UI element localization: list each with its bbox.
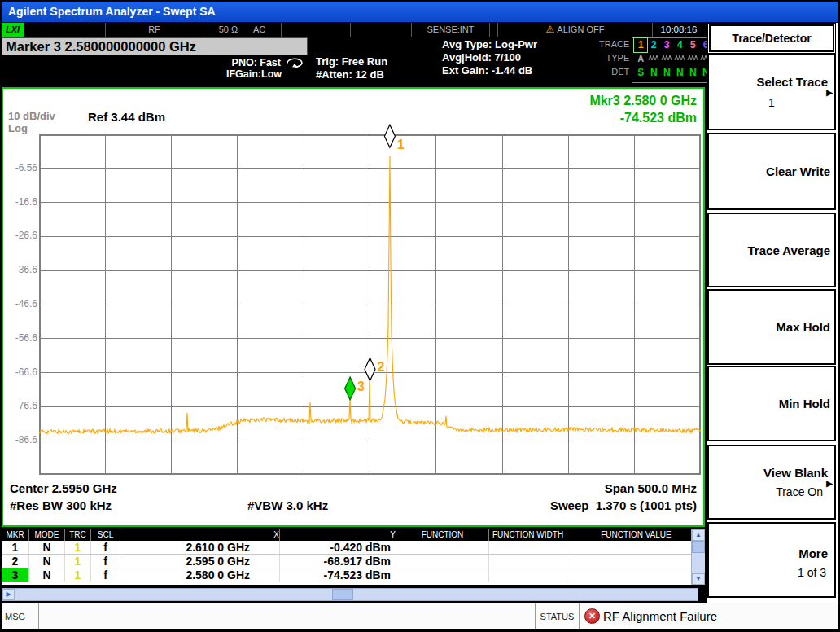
vertical-scroll-thumb[interactable] [692, 541, 705, 553]
marker-table-column-header: FUNCTION WIDTH [489, 529, 567, 541]
marker-table-cell: 1 [2, 541, 29, 554]
y-axis-tick-label: -56.6 [5, 332, 37, 344]
trace-number: 4 [673, 38, 686, 52]
marker-table-cell [396, 555, 489, 568]
vbw-label: #VBW 3.0 kHz [247, 498, 328, 512]
trace-type-waveform-icon [661, 54, 672, 62]
marker-table-cell: -68.917 dBm [280, 555, 396, 568]
trace-detector: N [686, 66, 699, 80]
status-cell-empty-2 [282, 23, 351, 37]
marker-table-row[interactable]: 2N1f2.595 0 GHz-68.917 dBm [2, 555, 705, 568]
trace-type [647, 52, 660, 66]
trace-row-label: TRACE [599, 37, 629, 51]
sweep-label: Sweep 1.370 s (1001 pts) [550, 498, 697, 512]
marker-table-cell: 1 [65, 568, 91, 582]
marker-table-column-header: SCL [91, 529, 120, 541]
y-axis-tick-label: -26.6 [5, 230, 37, 241]
pno-block: PNO: Fast IFGain:Low [195, 57, 304, 80]
max-hold-button[interactable]: Max Hold [707, 289, 836, 365]
scale-per-div-label: 10 dB/div [8, 110, 55, 122]
scroll-right-button[interactable] [2, 589, 15, 600]
marker-table-cell [567, 568, 705, 582]
marker-table-cell [567, 541, 705, 554]
trig-label: Trig: Free Run [316, 55, 387, 68]
marker-table-column-header: Y [280, 529, 396, 541]
svg-text:2: 2 [378, 360, 385, 374]
trace-type-waveform-icon [674, 54, 685, 62]
marker-table-cell: 1 [65, 555, 91, 568]
view-blank-button[interactable]: View Blank Trace On [707, 445, 836, 520]
trace-legend-labels: TRACE TYPE DET [599, 37, 632, 83]
marker-table-rows: 1N1f2.610 0 GHz-0.420 dBm2N1f2.595 0 GHz… [2, 541, 705, 582]
impedance-value: 50 Ω [219, 23, 238, 37]
det-row-label: DET [599, 65, 629, 79]
active-function-readout[interactable]: Marker 3 2.580000000000 GHz [2, 37, 308, 55]
marker-table-cell: 3 [2, 568, 29, 582]
select-trace-value: 1 [709, 96, 834, 109]
marker-table-scrollbar[interactable] [691, 529, 705, 585]
status-cell-empty-1 [24, 23, 106, 37]
marker-table-row[interactable]: 1N1f2.610 0 GHz-0.420 dBm [2, 541, 705, 555]
msg-label: MSG [2, 603, 39, 629]
horizontal-scroll-thumb[interactable] [332, 589, 353, 600]
scale-type-label: Log [8, 122, 28, 134]
marker-table-column-header: TRC [65, 529, 91, 541]
svg-text:1: 1 [397, 138, 405, 151]
scroll-up-button[interactable] [692, 529, 705, 541]
marker-table-cell: N [29, 541, 65, 554]
trace-legend: TRACE TYPE DET 123456ASNNNNN [599, 37, 705, 83]
marker-readout: Mkr3 2.580 0 GHz -74.523 dBm [589, 92, 697, 126]
trace-type-waveform-icon [687, 54, 698, 62]
marker-readout-freq: Mkr3 2.580 0 GHz [589, 92, 697, 109]
datetime-display: 10:08:16 AM Oct 07, 2021 [653, 23, 705, 37]
trace-legend-values[interactable]: 123456ASNNNNN [632, 37, 715, 83]
horizontal-scrollbar[interactable] [2, 588, 698, 601]
marker-table: MKRMODETRCSCLXYFUNCTIONFUNCTION WIDTHFUN… [2, 529, 705, 585]
status-message-area: RF Alignment Failure [580, 603, 838, 629]
marker-readout-ampl: -74.523 dBm [589, 109, 697, 126]
marker-table-cell: -0.420 dBm [280, 541, 396, 554]
ifgain-label: IFGain:Low [195, 68, 304, 80]
marker-table-cell: -74.523 dBm [280, 568, 396, 582]
marker-table-cell: f [91, 555, 120, 568]
trace-type-waveform-icon [648, 54, 659, 62]
view-blank-label: View Blank [763, 466, 828, 480]
marker-table-column-header: FUNCTION VALUE [567, 529, 705, 541]
marker-table-column-header: MODE [29, 529, 65, 541]
y-axis-tick-label: -6.56 [5, 162, 37, 173]
y-axis-tick-label: -86.6 [5, 434, 37, 445]
y-axis-tick-label: -76.6 [5, 400, 37, 411]
avg-type-label: Avg Type: Log-Pwr [442, 38, 537, 51]
span-label: Span 500.0 MHz [605, 481, 697, 495]
message-area [39, 603, 536, 629]
pno-label: PNO: Fast [232, 57, 281, 68]
more-button[interactable]: More 1 of 3 [707, 522, 836, 598]
marker-table-cell: f [91, 541, 120, 554]
trace-average-button[interactable]: Trace Average [707, 213, 836, 287]
y-axis-tick-label: -36.6 [5, 264, 37, 275]
spectrum-display: 10 dB/div Log Ref 3.44 dBm Mkr3 2.580 0 … [2, 87, 705, 527]
marker-table-cell [396, 541, 489, 554]
select-trace-button[interactable]: Select Trace 1 [707, 54, 836, 130]
warning-triangle-icon: ⚠ [546, 24, 555, 35]
softkey-menu: Trace/Detector Select Trace 1 Clear Writ… [707, 23, 838, 603]
marker-table-cell: 2 [2, 555, 29, 568]
marker-table-cell: N [29, 555, 65, 568]
status-label: STATUS [536, 603, 580, 629]
marker-table-cell: f [91, 568, 120, 582]
avg-hold-label: Avg|Hold: 7/100 [442, 51, 537, 64]
status-error-icon [584, 608, 600, 624]
trace-detector: S [634, 66, 647, 80]
marker-table-column-header: FUNCTION [396, 529, 489, 541]
legend-row-type: A [634, 52, 712, 66]
clear-write-button[interactable]: Clear Write [707, 133, 836, 210]
scroll-down-button[interactable] [692, 573, 705, 585]
align-off-label: ALIGN OFF [557, 24, 604, 34]
window-title: Agilent Spectrum Analyzer - Swept SA [2, 2, 838, 22]
svg-text:3: 3 [357, 380, 365, 393]
min-hold-button[interactable]: Min Hold [707, 366, 836, 441]
marker-table-row[interactable]: 3N1f2.580 0 GHz-74.523 dBm [2, 568, 705, 582]
trace-detector: N [660, 66, 673, 80]
trace-type: A [634, 52, 647, 66]
marker-table-column-header: MKR [2, 529, 29, 541]
